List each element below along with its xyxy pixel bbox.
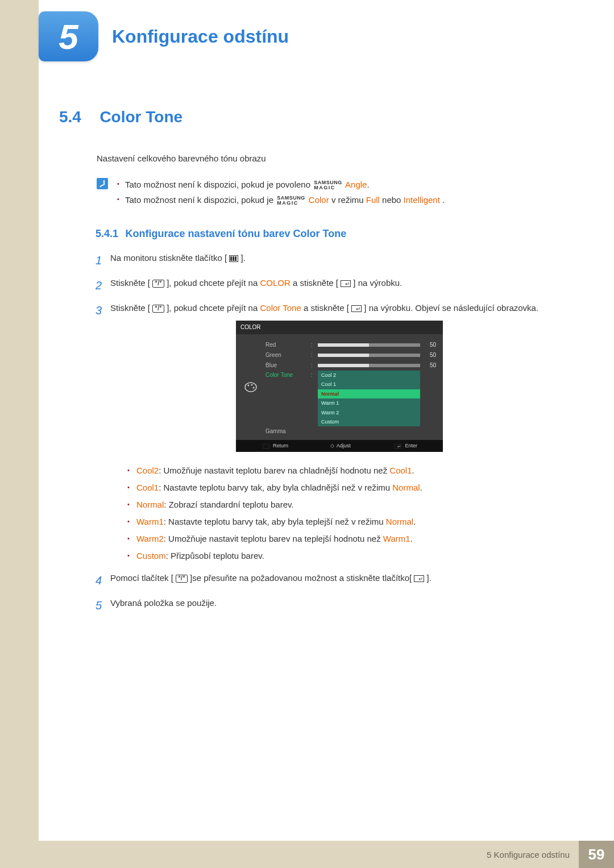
angle-keyword: Angle — [345, 180, 367, 189]
section-intro: Nastavení celkového barevného tónu obraz… — [97, 153, 569, 163]
osd-row-blue: Blue : 50 — [265, 360, 436, 371]
note-item: Tato možnost není k dispozici, pokud je … — [117, 177, 445, 192]
svg-point-3 — [253, 387, 255, 389]
osd-option-selected: Normal — [318, 389, 420, 398]
bullet-cool1: Cool1: Nastavte teplotu barvy tak, aby b… — [127, 479, 569, 496]
footer-chapter-label: 5 Konfigurace odstínu — [0, 841, 579, 868]
text: . — [442, 195, 445, 205]
text: Vybraná položka se použije. — [110, 596, 569, 614]
note-icon — [97, 178, 108, 189]
section-title: Color Tone — [99, 108, 182, 126]
note-block: Tato možnost není k dispozici, pokud je … — [97, 177, 569, 207]
subsection-number: 5.4.1 — [96, 228, 118, 239]
up-down-icon: ˄/˅ — [152, 280, 164, 288]
up-down-icon: ˄/˅ — [176, 575, 188, 583]
samsung-magic-logo: SAMSUNGMAGIC — [313, 180, 343, 190]
step-number: 3 — [96, 301, 110, 564]
color-tone-keyword: Color Tone — [260, 303, 301, 313]
text: Stiskněte [ — [110, 303, 150, 313]
osd-body: Red : 50 Green : 50 — [236, 334, 443, 440]
osd-option: Warm 1 — [318, 398, 420, 408]
osd-footer: Return ◇ Adjust Enter — [236, 440, 443, 451]
left-margin-stripe — [0, 0, 39, 868]
menu-button-icon — [229, 255, 238, 262]
page-footer: 5 Konfigurace odstínu 59 — [0, 841, 614, 868]
osd-label: Red — [265, 340, 311, 350]
note-list: Tato možnost není k dispozici, pokud je … — [117, 177, 445, 207]
osd-menu: COLOR Red : — [236, 321, 443, 452]
samsung-magic-logo: SAMSUNGMAGIC — [276, 196, 306, 206]
page-number: 59 — [579, 841, 614, 868]
option-descriptions: Cool2: Umožňuje nastavit teplotu barev n… — [127, 462, 569, 564]
chapter-number-badge: 5 — [39, 11, 98, 61]
step-2: 2 Stiskněte [ ˄/˅ ], pokud chcete přejít… — [96, 276, 569, 294]
enter-button-icon — [414, 575, 424, 582]
text: a stiskněte [ — [304, 303, 349, 313]
section-number: 5.4 — [59, 108, 81, 126]
osd-value: 50 — [420, 340, 436, 350]
osd-slider — [318, 364, 420, 367]
osd-option: Cool 2 — [318, 371, 420, 380]
osd-slider — [318, 354, 420, 357]
palette-icon — [244, 381, 258, 393]
step-number: 5 — [96, 596, 110, 614]
bullet-custom: Custom: Přizpůsobí teplotu barev. — [127, 547, 569, 564]
note-item: Tato možnost není k dispozici, pokud je … — [117, 192, 445, 207]
bullet-cool2: Cool2: Umožňuje nastavit teplotu barev n… — [127, 462, 569, 479]
osd-row-color-tone: Color Tone : Cool 2 Cool 1 Normal Warm 1… — [265, 371, 436, 426]
osd-hint-adjust: ◇ Adjust — [330, 442, 351, 450]
text: ], pokud chcete přejít na — [167, 278, 260, 288]
osd-label: Green — [265, 351, 311, 360]
osd-dropdown: Cool 2 Cool 1 Normal Warm 1 Warm 2 Custo… — [318, 371, 420, 426]
text: v režimu — [331, 195, 366, 205]
text: a stiskněte [ — [293, 278, 338, 288]
text: Tato možnost není k dispozici, pokud je … — [125, 180, 313, 189]
up-down-icon: ˄/˅ — [152, 305, 164, 313]
osd-value: 50 — [420, 361, 436, 370]
osd-value: 50 — [420, 351, 436, 360]
text: ] na výrobku. Objeví se následující obra… — [364, 303, 538, 313]
osd-hint-enter: Enter — [393, 442, 418, 450]
svg-point-2 — [251, 384, 253, 386]
text: nebo — [382, 195, 404, 205]
text: ]. — [427, 573, 432, 583]
osd-row-gamma: Gamma — [265, 426, 436, 437]
osd-row-red: Red : 50 — [265, 340, 436, 350]
bullet-warm2: Warm2: Umožňuje nastavit teplotu barev n… — [127, 530, 569, 547]
chapter-title: Konfigurace odstínu — [112, 26, 289, 47]
step-1: 1 Na monitoru stiskněte tlačítko [ ]. — [96, 251, 569, 269]
step-number: 2 — [96, 276, 110, 294]
text: ]. — [240, 253, 245, 263]
osd-option: Warm 2 — [318, 408, 420, 417]
text: . — [367, 180, 369, 189]
subsection-5-4-1: 5.4.1 Konfigurace nastavení tónu barev C… — [96, 228, 569, 240]
osd-label-active: Color Tone — [265, 371, 311, 380]
enter-button-icon — [351, 305, 362, 312]
osd-label: Gamma — [265, 427, 311, 436]
text: Na monitoru stiskněte tlačítko [ — [110, 253, 227, 263]
text: ] na výrobku. — [353, 278, 402, 288]
section-5-4: 5.4 Color Tone Nastavení celkového barev… — [59, 108, 569, 621]
text: Tato možnost není k dispozici, pokud je — [125, 195, 276, 205]
osd-row-green: Green : 50 — [265, 350, 436, 360]
page: 5 Konfigurace odstínu 5.4 Color Tone Nas… — [0, 0, 614, 868]
bullet-warm1: Warm1: Nastavte teplotu barvy tak, aby b… — [127, 513, 569, 530]
svg-point-1 — [248, 385, 250, 387]
osd-slider — [318, 343, 420, 347]
osd-hint-return: Return — [262, 442, 288, 450]
osd-category-icon — [236, 334, 265, 440]
text: Stiskněte [ — [110, 278, 150, 288]
intelligent-keyword: Intelligent — [404, 195, 440, 205]
svg-point-0 — [245, 383, 256, 392]
step-number: 1 — [96, 251, 110, 269]
chapter-header: 5 Konfigurace odstínu — [39, 11, 289, 61]
text: Pomocí tlačítek [ — [110, 573, 173, 583]
color-keyword: COLOR — [260, 278, 290, 288]
step-number: 4 — [96, 571, 110, 589]
enter-button-icon — [341, 280, 351, 287]
text: ]se přesuňte na požadovanou možnost a st… — [190, 573, 412, 583]
subsection-title: Konfigurace nastavení tónu barev Color T… — [126, 228, 347, 239]
full-keyword: Full — [366, 195, 380, 205]
osd-option: Cool 1 — [318, 380, 420, 389]
bullet-normal: Normal: Zobrazí standardní teplotu barev… — [127, 496, 569, 513]
